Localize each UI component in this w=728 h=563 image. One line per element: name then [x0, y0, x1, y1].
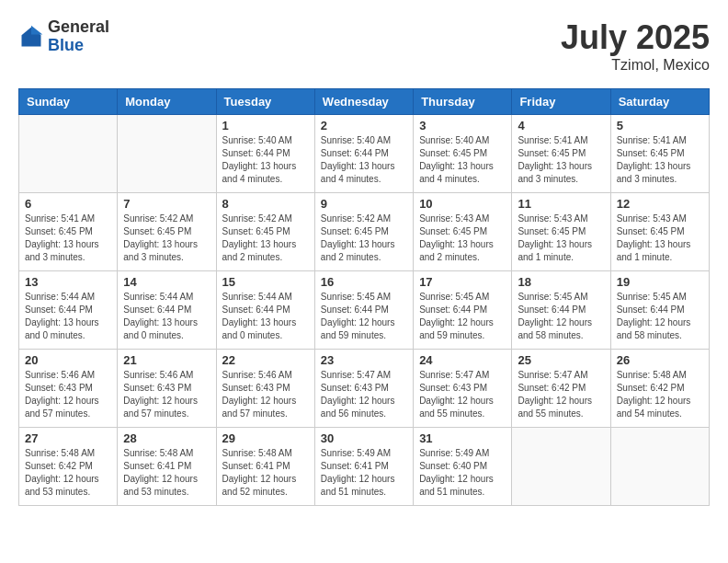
day-info: Sunrise: 5:41 AM Sunset: 6:45 PM Dayligh…	[617, 134, 703, 186]
day-info: Sunrise: 5:45 AM Sunset: 6:44 PM Dayligh…	[518, 291, 604, 342]
table-row: 23Sunrise: 5:47 AM Sunset: 6:43 PM Dayli…	[314, 350, 413, 428]
header-wednesday: Wednesday	[314, 89, 413, 115]
day-info: Sunrise: 5:48 AM Sunset: 6:41 PM Dayligh…	[123, 447, 210, 499]
day-number: 20	[25, 353, 111, 367]
day-info: Sunrise: 5:41 AM Sunset: 6:45 PM Dayligh…	[25, 213, 111, 264]
day-number: 12	[617, 197, 703, 211]
day-info: Sunrise: 5:40 AM Sunset: 6:44 PM Dayligh…	[321, 134, 407, 186]
table-row: 7Sunrise: 5:42 AM Sunset: 6:45 PM Daylig…	[118, 193, 216, 271]
day-number: 1	[222, 119, 309, 132]
table-row: 30Sunrise: 5:49 AM Sunset: 6:41 PM Dayli…	[314, 428, 413, 506]
day-number: 14	[123, 275, 210, 289]
table-row: 25Sunrise: 5:47 AM Sunset: 6:42 PM Dayli…	[512, 350, 610, 428]
table-row: 21Sunrise: 5:46 AM Sunset: 6:43 PM Dayli…	[118, 350, 216, 428]
day-info: Sunrise: 5:45 AM Sunset: 6:44 PM Dayligh…	[321, 291, 407, 342]
day-info: Sunrise: 5:41 AM Sunset: 6:45 PM Dayligh…	[518, 134, 604, 186]
table-row: 12Sunrise: 5:43 AM Sunset: 6:45 PM Dayli…	[610, 193, 709, 271]
table-row: 4Sunrise: 5:41 AM Sunset: 6:45 PM Daylig…	[512, 115, 610, 193]
day-info: Sunrise: 5:46 AM Sunset: 6:43 PM Dayligh…	[222, 369, 309, 420]
table-row	[610, 428, 709, 506]
table-row: 16Sunrise: 5:45 AM Sunset: 6:44 PM Dayli…	[314, 271, 413, 350]
table-row: 2Sunrise: 5:40 AM Sunset: 6:44 PM Daylig…	[314, 115, 413, 193]
logo-text: General Blue	[48, 18, 109, 55]
table-row: 8Sunrise: 5:42 AM Sunset: 6:45 PM Daylig…	[216, 193, 314, 271]
day-number: 30	[321, 431, 407, 445]
day-number: 19	[617, 275, 703, 289]
day-info: Sunrise: 5:49 AM Sunset: 6:41 PM Dayligh…	[321, 447, 407, 499]
day-info: Sunrise: 5:42 AM Sunset: 6:45 PM Dayligh…	[321, 213, 407, 264]
calendar-table: Sunday Monday Tuesday Wednesday Thursday…	[18, 88, 710, 506]
day-info: Sunrise: 5:48 AM Sunset: 6:42 PM Dayligh…	[25, 447, 111, 499]
table-row: 3Sunrise: 5:40 AM Sunset: 6:45 PM Daylig…	[414, 115, 512, 193]
table-row: 17Sunrise: 5:45 AM Sunset: 6:44 PM Dayli…	[414, 271, 512, 350]
table-row: 28Sunrise: 5:48 AM Sunset: 6:41 PM Dayli…	[118, 428, 216, 506]
day-number: 5	[617, 119, 703, 132]
week-row-4: 20Sunrise: 5:46 AM Sunset: 6:43 PM Dayli…	[19, 350, 710, 428]
day-info: Sunrise: 5:49 AM Sunset: 6:40 PM Dayligh…	[419, 447, 506, 499]
table-row: 1Sunrise: 5:40 AM Sunset: 6:44 PM Daylig…	[216, 115, 314, 193]
week-row-3: 13Sunrise: 5:44 AM Sunset: 6:44 PM Dayli…	[19, 271, 710, 350]
table-row: 19Sunrise: 5:45 AM Sunset: 6:44 PM Dayli…	[610, 271, 709, 350]
title-location: Tzimol, Mexico	[561, 57, 710, 74]
day-number: 9	[321, 197, 407, 211]
day-number: 27	[25, 431, 111, 445]
logo-general: General	[48, 18, 109, 37]
day-info: Sunrise: 5:40 AM Sunset: 6:45 PM Dayligh…	[419, 134, 506, 186]
day-info: Sunrise: 5:45 AM Sunset: 6:44 PM Dayligh…	[617, 291, 703, 342]
table-row: 10Sunrise: 5:43 AM Sunset: 6:45 PM Dayli…	[414, 193, 512, 271]
day-number: 15	[222, 275, 309, 289]
day-info: Sunrise: 5:47 AM Sunset: 6:43 PM Dayligh…	[321, 369, 407, 420]
svg-marker-1	[31, 26, 42, 35]
day-number: 6	[25, 197, 111, 211]
day-info: Sunrise: 5:47 AM Sunset: 6:43 PM Dayligh…	[419, 369, 506, 420]
logo-icon	[18, 24, 44, 50]
day-number: 31	[419, 431, 506, 445]
calendar-header-row: Sunday Monday Tuesday Wednesday Thursday…	[19, 89, 710, 115]
table-row: 27Sunrise: 5:48 AM Sunset: 6:42 PM Dayli…	[19, 428, 118, 506]
day-info: Sunrise: 5:42 AM Sunset: 6:45 PM Dayligh…	[222, 213, 309, 264]
day-info: Sunrise: 5:48 AM Sunset: 6:41 PM Dayligh…	[222, 447, 309, 499]
table-row: 29Sunrise: 5:48 AM Sunset: 6:41 PM Dayli…	[216, 428, 314, 506]
table-row: 26Sunrise: 5:48 AM Sunset: 6:42 PM Dayli…	[610, 350, 709, 428]
day-number: 13	[25, 275, 111, 289]
table-row: 5Sunrise: 5:41 AM Sunset: 6:45 PM Daylig…	[610, 115, 709, 193]
day-number: 17	[419, 275, 506, 289]
day-number: 7	[123, 197, 210, 211]
day-info: Sunrise: 5:47 AM Sunset: 6:42 PM Dayligh…	[518, 369, 604, 420]
day-info: Sunrise: 5:43 AM Sunset: 6:45 PM Dayligh…	[617, 213, 703, 264]
day-info: Sunrise: 5:44 AM Sunset: 6:44 PM Dayligh…	[123, 291, 210, 342]
week-row-5: 27Sunrise: 5:48 AM Sunset: 6:42 PM Dayli…	[19, 428, 710, 506]
title-block: July 2025 Tzimol, Mexico	[561, 18, 710, 74]
day-number: 11	[518, 197, 604, 211]
day-info: Sunrise: 5:43 AM Sunset: 6:45 PM Dayligh…	[419, 213, 506, 264]
table-row: 20Sunrise: 5:46 AM Sunset: 6:43 PM Dayli…	[19, 350, 118, 428]
header-tuesday: Tuesday	[216, 89, 314, 115]
header-thursday: Thursday	[414, 89, 512, 115]
table-row: 9Sunrise: 5:42 AM Sunset: 6:45 PM Daylig…	[314, 193, 413, 271]
table-row	[512, 428, 610, 506]
day-info: Sunrise: 5:45 AM Sunset: 6:44 PM Dayligh…	[419, 291, 506, 342]
table-row: 22Sunrise: 5:46 AM Sunset: 6:43 PM Dayli…	[216, 350, 314, 428]
header-saturday: Saturday	[610, 89, 709, 115]
day-number: 24	[419, 353, 506, 367]
logo-blue: Blue	[48, 37, 109, 55]
day-info: Sunrise: 5:48 AM Sunset: 6:42 PM Dayligh…	[617, 369, 703, 420]
day-info: Sunrise: 5:46 AM Sunset: 6:43 PM Dayligh…	[123, 369, 210, 420]
title-month: July 2025	[561, 18, 710, 57]
header-monday: Monday	[118, 89, 216, 115]
page-header: General Blue July 2025 Tzimol, Mexico	[18, 18, 710, 74]
day-number: 22	[222, 353, 309, 367]
day-info: Sunrise: 5:40 AM Sunset: 6:44 PM Dayligh…	[222, 134, 309, 186]
table-row: 31Sunrise: 5:49 AM Sunset: 6:40 PM Dayli…	[414, 428, 512, 506]
day-number: 25	[518, 353, 604, 367]
table-row: 14Sunrise: 5:44 AM Sunset: 6:44 PM Dayli…	[118, 271, 216, 350]
day-number: 18	[518, 275, 604, 289]
table-row: 24Sunrise: 5:47 AM Sunset: 6:43 PM Dayli…	[414, 350, 512, 428]
day-number: 29	[222, 431, 309, 445]
day-info: Sunrise: 5:46 AM Sunset: 6:43 PM Dayligh…	[25, 369, 111, 420]
day-number: 4	[518, 119, 604, 132]
day-number: 23	[321, 353, 407, 367]
header-sunday: Sunday	[19, 89, 118, 115]
day-number: 8	[222, 197, 309, 211]
logo: General Blue	[18, 18, 109, 55]
